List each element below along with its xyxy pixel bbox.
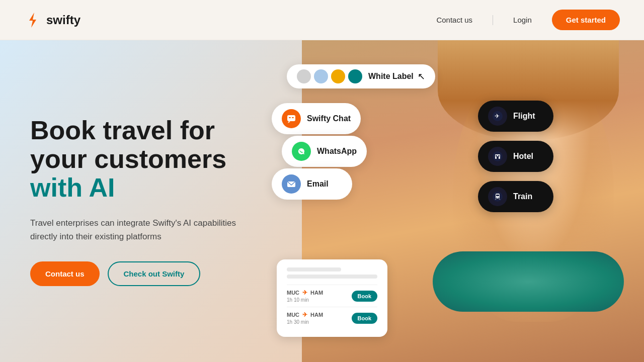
email-icon xyxy=(282,174,301,194)
swifty-chat-card[interactable]: Swifty Chat xyxy=(272,103,361,134)
booking-row-2: MUC ✈ HAM 1h 30 min Book xyxy=(287,307,377,329)
booking-route-1: MUC ✈ HAM xyxy=(287,289,323,296)
swifty-chat-icon xyxy=(282,109,301,128)
white-label-text: White Label xyxy=(368,72,414,81)
email-card[interactable]: Email xyxy=(272,168,352,200)
white-label-card: White Label ↖ xyxy=(287,64,435,88)
check-swifty-button[interactable]: Check out Swifty xyxy=(108,261,201,286)
booking-to-1: HAM xyxy=(310,290,323,296)
svg-rect-4 xyxy=(292,117,294,118)
ui-cards-container: White Label ↖ Swifty Chat xyxy=(272,50,564,352)
email-label: Email xyxy=(307,179,329,189)
svg-rect-3 xyxy=(289,117,291,118)
booking-line-full xyxy=(287,275,377,279)
booking-arrow-1: ✈ xyxy=(302,289,307,296)
nav-divider xyxy=(493,15,493,25)
booking-header-lines xyxy=(287,267,377,279)
hero-heading-ai: with AI xyxy=(30,173,115,202)
book-button-1[interactable]: Book xyxy=(352,291,378,302)
train-icon xyxy=(488,187,507,206)
svg-rect-13 xyxy=(498,155,500,156)
logo-text: swifty xyxy=(46,13,80,27)
login-link[interactable]: Login xyxy=(513,16,532,24)
dot-teal[interactable] xyxy=(348,69,362,83)
booking-to-2: HAM xyxy=(310,312,323,318)
hero-heading-line2: your customers xyxy=(30,144,226,173)
hero-heading: Book travel for your customers with AI xyxy=(30,116,262,203)
flight-card[interactable]: ✈ Flight xyxy=(478,101,553,132)
flight-icon: ✈ xyxy=(488,107,507,126)
contact-link[interactable]: Contact us xyxy=(436,16,472,24)
svg-marker-0 xyxy=(29,13,36,28)
whatsapp-icon xyxy=(292,142,311,161)
contact-button[interactable]: Contact us xyxy=(30,261,100,286)
svg-point-18 xyxy=(498,198,499,199)
svg-point-17 xyxy=(496,198,497,199)
svg-text:✈: ✈ xyxy=(495,113,500,120)
whatsapp-label: WhatsApp xyxy=(317,147,357,156)
get-started-button[interactable]: Get started xyxy=(552,10,620,30)
navbar: swifty Contact us Login Get started xyxy=(0,0,644,40)
train-card[interactable]: Train xyxy=(478,181,553,212)
hero-section: Book travel for your customers with AI T… xyxy=(0,40,644,362)
color-dots xyxy=(297,69,362,83)
logo: swifty xyxy=(24,12,80,29)
booking-line-short xyxy=(287,267,341,272)
svg-rect-1 xyxy=(287,115,295,121)
hero-subtext: Travel enterprises can integrate Swifty'… xyxy=(30,216,242,243)
flight-label: Flight xyxy=(513,112,535,121)
train-label: Train xyxy=(513,192,532,201)
booking-route-2: MUC ✈ HAM xyxy=(287,311,323,318)
booking-from-2: MUC xyxy=(287,312,299,318)
hotel-icon xyxy=(488,147,507,166)
svg-rect-16 xyxy=(496,195,499,196)
dot-blue[interactable] xyxy=(314,69,328,83)
booking-from-1: MUC xyxy=(287,290,299,296)
svg-rect-12 xyxy=(496,155,497,156)
svg-marker-2 xyxy=(288,121,290,123)
booking-arrow-2: ✈ xyxy=(302,311,307,318)
booking-row-1: MUC ✈ HAM 1h 10 min Book xyxy=(287,285,377,307)
logo-icon xyxy=(24,12,41,29)
hotel-label: Hotel xyxy=(513,152,533,161)
nav-links: Contact us Login Get started xyxy=(436,10,620,30)
cursor-icon: ↖ xyxy=(418,71,425,82)
book-button-2[interactable]: Book xyxy=(352,313,378,324)
hero-heading-line1: Book travel for xyxy=(30,116,215,145)
svg-rect-11 xyxy=(497,156,499,159)
booking-time-2: 1h 30 min xyxy=(287,319,323,325)
swifty-chat-label: Swifty Chat xyxy=(307,114,351,123)
whatsapp-card[interactable]: WhatsApp xyxy=(282,136,367,167)
dot-gray[interactable] xyxy=(297,69,311,83)
hero-right: White Label ↖ Swifty Chat xyxy=(262,40,644,362)
booking-time-1: 1h 10 min xyxy=(287,297,323,303)
hero-buttons: Contact us Check out Swifty xyxy=(30,261,262,286)
hotel-card[interactable]: Hotel xyxy=(478,141,553,172)
dot-yellow[interactable] xyxy=(331,69,345,83)
hero-left: Book travel for your customers with AI T… xyxy=(0,40,262,362)
booking-panel: MUC ✈ HAM 1h 10 min Book MUC ✈ HAM xyxy=(277,259,387,337)
